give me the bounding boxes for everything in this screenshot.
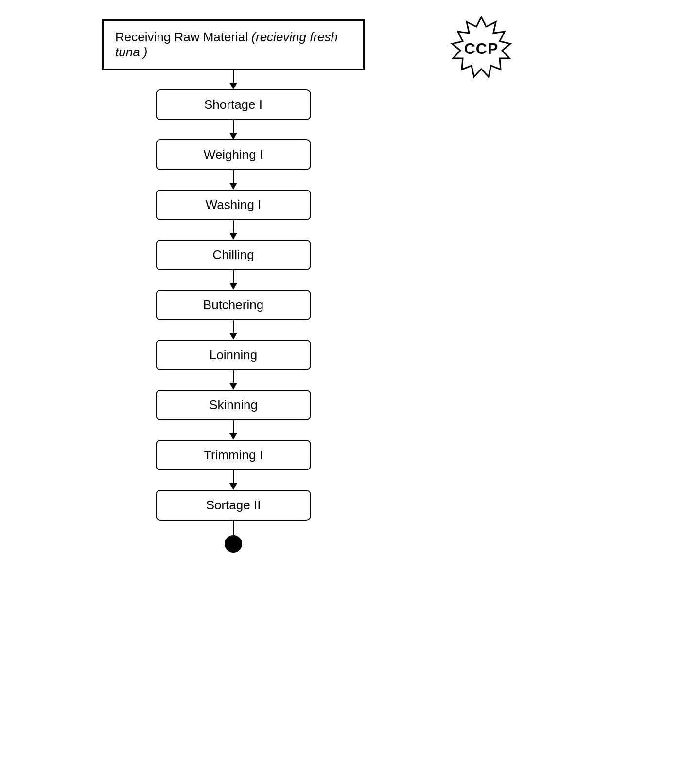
receiving-text-normal: Receiving Raw Material	[115, 30, 251, 44]
step-loinning: Loinning	[156, 340, 311, 370]
arrow-line	[233, 70, 234, 83]
arrow-line	[233, 220, 234, 233]
arrow-line	[233, 470, 234, 483]
step-shortage-i: Shortage I	[156, 89, 311, 120]
arrow-head	[229, 483, 237, 490]
arrow-head	[229, 333, 237, 340]
arrow-8	[229, 470, 237, 490]
receiving-box: Receiving Raw Material (recieving fresh …	[102, 19, 365, 70]
arrow-head	[229, 283, 237, 290]
step-chilling: Chilling	[156, 240, 311, 270]
step-washing-i: Washing I	[156, 190, 311, 220]
flowchart: Receiving Raw Material (recieving fresh …	[97, 19, 369, 553]
arrow-head	[229, 433, 237, 440]
step-butchering: Butchering	[156, 290, 311, 320]
arrow-0	[229, 70, 237, 89]
diagram-container: CCP Receiving Raw Material (recieving fr…	[0, 0, 700, 782]
arrow-line	[233, 370, 234, 383]
arrow-line	[233, 270, 234, 283]
arrow-5	[229, 320, 237, 340]
arrow-head	[229, 183, 237, 190]
end-arrow	[233, 521, 234, 535]
arrow-head	[229, 383, 237, 390]
step-skinning: Skinning	[156, 390, 311, 420]
ccp-label: CCP	[464, 40, 499, 58]
step-sortage-ii: Sortage II	[156, 490, 311, 521]
arrow-line	[233, 120, 234, 133]
arrow-line	[233, 320, 234, 333]
arrow-2	[229, 170, 237, 190]
step-trimming-i: Trimming I	[156, 440, 311, 470]
step-weighing-i: Weighing I	[156, 139, 311, 170]
arrow-line	[233, 420, 234, 433]
end-terminal	[225, 535, 242, 553]
arrow-line	[233, 170, 234, 183]
arrow-head	[229, 233, 237, 240]
arrow-line	[233, 521, 234, 535]
arrow-6	[229, 370, 237, 390]
arrow-4	[229, 270, 237, 290]
arrow-head	[229, 133, 237, 139]
arrow-head	[229, 83, 237, 89]
arrow-1	[229, 120, 237, 139]
ccp-badge: CCP	[447, 15, 515, 83]
arrow-7	[229, 420, 237, 440]
arrow-3	[229, 220, 237, 240]
